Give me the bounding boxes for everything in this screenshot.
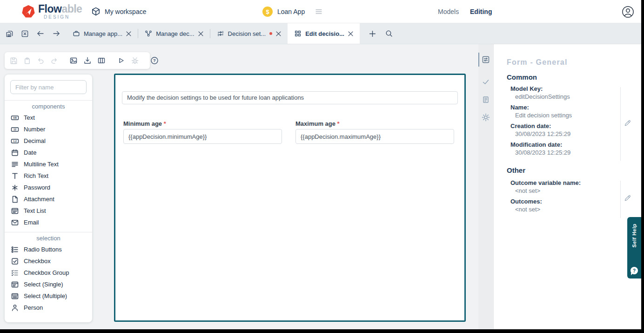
save-icon[interactable] — [10, 57, 18, 65]
palette-item-checkbox-group[interactable]: Checkbox Group — [5, 267, 92, 279]
brand-wordmark: Flowable DESIGN — [38, 3, 82, 20]
palette-item-text-list[interactable]: Text List — [5, 205, 92, 217]
property-row: Modification date: 30/08/2023 12:25:29 — [510, 141, 615, 156]
decision-table-icon — [217, 30, 224, 37]
edit-common-pencil-icon[interactable] — [624, 120, 631, 127]
multiline-text-icon — [11, 160, 19, 169]
tab-close-icon[interactable] — [126, 31, 131, 36]
documentation-icon[interactable] — [478, 92, 493, 108]
field-label-maximum-age: Maximum age * — [295, 120, 340, 127]
filter-input[interactable] — [10, 80, 87, 94]
tabbar-controls — [0, 23, 66, 44]
workspace-switcher[interactable]: My workspace — [91, 0, 146, 23]
edit-other-pencil-icon[interactable] — [624, 195, 631, 202]
palette-section-title: components — [5, 101, 92, 112]
active-panel-indicator — [478, 53, 479, 67]
settings-gear-icon[interactable] — [478, 109, 493, 125]
text-icon: AB — [11, 114, 19, 122]
canvas-toolbar: ? — [5, 52, 150, 69]
svg-text:12: 12 — [13, 128, 16, 131]
screen-frame-right — [641, 0, 644, 333]
palette-item-select-multiple[interactable]: Select (Multiple) — [5, 290, 92, 302]
tab-label: Decision set... — [228, 30, 266, 37]
number-icon: 12 — [11, 125, 19, 134]
form-description-component[interactable]: Modify the decision settings to be used … — [122, 91, 458, 104]
svg-text:1.2: 1.2 — [13, 140, 17, 143]
properties-panel: Form - General Common Model Key: editDec… — [493, 44, 641, 329]
app-badge: $ — [262, 7, 273, 17]
close-all-icon[interactable] — [21, 30, 29, 38]
field-label-minimum-age: Minimum age * — [123, 120, 166, 127]
decimal-icon: 1.2 — [11, 137, 19, 145]
workspace-label: My workspace — [105, 8, 146, 15]
edit-group-divider — [620, 181, 621, 218]
app-switcher[interactable]: $ Loan App — [262, 0, 322, 23]
user-avatar[interactable] — [622, 6, 634, 18]
tab-label: Manage app... — [84, 30, 122, 37]
palette-item-radio-buttons[interactable]: Radio Buttons — [5, 244, 92, 255]
tab-close-icon[interactable] — [198, 31, 203, 36]
forward-icon[interactable] — [52, 30, 60, 37]
tab-label: Edit decisio... — [305, 30, 344, 37]
maximum-age-input[interactable] — [295, 129, 454, 144]
paste-icon[interactable] — [23, 57, 31, 65]
search-tabs-icon[interactable] — [385, 30, 393, 37]
tab-close-icon[interactable] — [348, 31, 353, 36]
palette-item-person[interactable]: Person — [5, 302, 92, 313]
tab-close-icon[interactable] — [276, 31, 281, 36]
nav-models[interactable]: Models — [438, 0, 459, 23]
back-icon[interactable] — [36, 30, 45, 37]
nav-editing[interactable]: Editing — [470, 0, 492, 23]
minimum-age-input[interactable] — [123, 129, 282, 144]
top-header: Flowable DESIGN My workspace $ Loan App … — [0, 0, 641, 23]
palette-item-password[interactable]: Password — [5, 182, 92, 193]
debug-icon[interactable] — [131, 56, 139, 65]
save-all-icon[interactable] — [6, 30, 13, 38]
self-help-button[interactable]: Self Help ? — [627, 217, 641, 279]
tab-manage-app[interactable]: Manage app... — [66, 23, 138, 44]
palette-item-rich-text[interactable]: Rich Text — [5, 170, 92, 182]
new-tab-icon[interactable] — [369, 30, 376, 37]
select-multiple-icon — [11, 292, 19, 300]
svg-text:AB: AB — [13, 116, 17, 119]
palette-item-date[interactable]: Date — [5, 147, 92, 158]
palette-item-decimal[interactable]: 1.2 Decimal — [5, 135, 92, 147]
common-fields: Model Key: editDecisionSettings Name: Ed… — [510, 85, 615, 160]
redo-icon[interactable] — [50, 57, 58, 65]
help-bubble-icon: ? — [631, 267, 638, 274]
attachment-icon — [11, 195, 19, 204]
palette-item-number[interactable]: 12 Number — [5, 123, 92, 135]
rich-text-icon — [11, 172, 19, 180]
palette-item-select-single[interactable]: Select (Single) — [5, 279, 92, 290]
undo-icon[interactable] — [37, 57, 45, 65]
property-row: Creation date: 30/08/2023 12:25:29 — [510, 122, 615, 137]
palette-item-text[interactable]: AB Text — [5, 112, 92, 123]
required-asterisk: * — [164, 120, 166, 127]
editor-tabbar: Manage app... Manage dec... — [0, 23, 641, 44]
import-icon[interactable] — [83, 56, 92, 65]
palette-item-checkbox[interactable]: Checkbox — [5, 255, 92, 267]
text-list-icon — [11, 207, 19, 215]
tab-edit-decision[interactable]: Edit decisio... — [288, 23, 360, 44]
palette-item-multiline-text[interactable]: Multiline Text — [5, 158, 92, 170]
help-icon[interactable]: ? — [150, 56, 159, 65]
validate-check-icon[interactable] — [478, 74, 493, 90]
run-icon[interactable] — [117, 56, 125, 65]
form-properties-icon[interactable] — [478, 52, 493, 68]
form-canvas[interactable]: Modify the decision settings to be used … — [114, 74, 466, 322]
unsaved-changes-dot — [269, 32, 272, 35]
workspace-cube-icon — [91, 7, 101, 16]
app-content: Flowable DESIGN My workspace $ Loan App … — [0, 0, 641, 329]
checkbox-group-icon — [11, 269, 19, 277]
tab-decision-settings[interactable]: Decision set... — [210, 23, 288, 44]
image-export-icon[interactable] — [69, 56, 78, 65]
briefcase-icon — [73, 30, 80, 37]
app-menu-icon[interactable] — [315, 8, 322, 15]
palette-item-attachment[interactable]: Attachment — [5, 193, 92, 205]
columns-icon[interactable] — [97, 56, 106, 65]
property-row: Outcomes: <not set> — [510, 198, 615, 213]
email-icon — [11, 218, 19, 227]
palette-item-email[interactable]: Email — [5, 217, 92, 228]
tab-manage-decision[interactable]: Manage dec... — [138, 23, 209, 44]
brand-light: able — [61, 3, 82, 15]
